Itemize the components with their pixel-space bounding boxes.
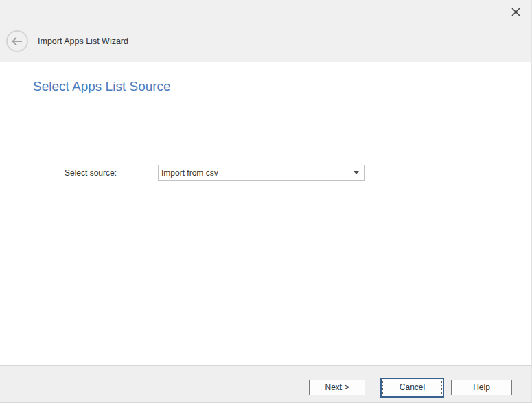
close-icon: [511, 8, 520, 16]
wizard-window: Import Apps List Wizard Select Apps List…: [0, 0, 532, 403]
help-button[interactable]: Help: [451, 380, 512, 395]
source-dropdown[interactable]: Import from csv: [158, 165, 365, 181]
back-button[interactable]: [6, 30, 28, 52]
wizard-title: Import Apps List Wizard: [38, 30, 128, 52]
wizard-content: Select Apps List Source Select source: I…: [0, 77, 531, 380]
wizard-footer: Next > Cancel Help: [0, 365, 531, 402]
close-button[interactable]: [506, 2, 525, 21]
back-arrow-icon: [11, 36, 23, 46]
page-heading: Select Apps List Source: [33, 77, 531, 95]
source-label: Select source:: [65, 168, 158, 178]
source-dropdown-value: Import from csv: [159, 168, 354, 178]
cancel-button[interactable]: Cancel: [380, 378, 444, 398]
next-button[interactable]: Next >: [309, 380, 365, 395]
dropdown-arrow-icon: [354, 171, 359, 174]
wizard-header: Import Apps List Wizard: [0, 0, 531, 62]
source-form-row: Select source: Import from csv: [0, 165, 531, 181]
